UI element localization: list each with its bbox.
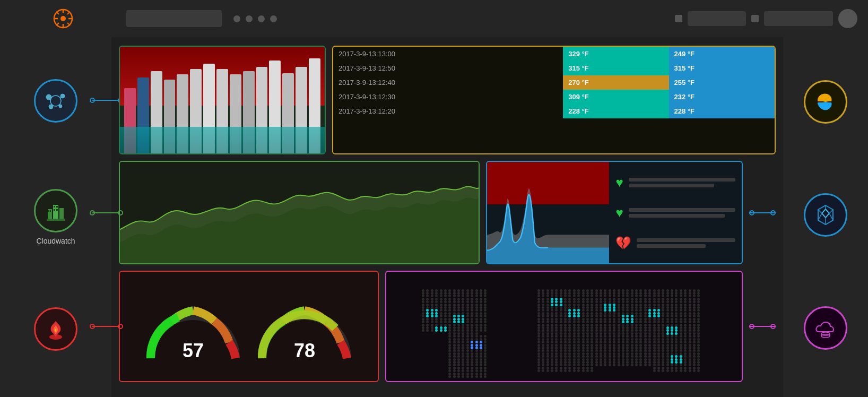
search-bar[interactable]: [126, 10, 222, 27]
map-dot: [644, 289, 647, 292]
datasource-hosted-metrics[interactable]: [804, 306, 847, 354]
map-dot: [680, 324, 682, 326]
map-dot: [613, 324, 615, 326]
map-dot: [577, 344, 580, 347]
map-dot: [484, 329, 487, 332]
map-dot: [582, 355, 585, 358]
map-dot: [484, 369, 487, 372]
map-dot: [662, 309, 664, 312]
map-dot: [466, 369, 469, 372]
map-dot: [631, 312, 633, 315]
map-dot: [644, 329, 647, 332]
map-dot: [631, 300, 633, 303]
map-dot: [462, 318, 464, 321]
map-dot: [657, 341, 660, 343]
nav-dot-4[interactable]: [270, 15, 277, 22]
map-dot: [475, 349, 478, 352]
map-dot: [582, 295, 585, 297]
map-dot: [680, 361, 682, 364]
topbar-icon-2[interactable]: [751, 15, 759, 22]
map-dot: [462, 332, 464, 335]
datasource-prometheus[interactable]: [34, 307, 77, 355]
nav-dot-2[interactable]: [246, 15, 253, 22]
map-dot: [586, 292, 589, 295]
map-dot: [639, 306, 642, 309]
map-dot: [631, 315, 633, 317]
map-dot: [560, 309, 562, 312]
map-dot: [453, 373, 456, 375]
map-dot: [622, 289, 624, 292]
map-dot: [480, 369, 482, 372]
map-dot: [639, 289, 642, 292]
map-dot: [648, 329, 651, 332]
map-dot: [431, 295, 433, 297]
topbar-icon-1[interactable]: [675, 15, 682, 22]
map-dot: [639, 349, 642, 352]
map-dot: [591, 312, 593, 315]
map-dot: [457, 329, 460, 332]
map-dot: [626, 321, 629, 323]
status-bar-2a: [629, 208, 735, 212]
map-dot: [546, 367, 549, 369]
datasource-graphite[interactable]: [34, 79, 77, 127]
map-dot: [564, 300, 567, 303]
datasource-cloudwatch[interactable]: Cloudwatch: [34, 189, 77, 245]
datasource-influxdb[interactable]: [804, 193, 847, 241]
map-dot: [697, 358, 700, 361]
map-dot: [595, 358, 598, 361]
svg-rect-26: [56, 206, 58, 208]
map-dot: [555, 309, 558, 312]
nav-dot-1[interactable]: [233, 15, 240, 22]
map-dot: [644, 292, 647, 295]
map-dot: [653, 321, 656, 323]
map-dot: [573, 347, 576, 349]
map-dot: [555, 358, 558, 361]
map-dot: [609, 312, 611, 315]
map-dot: [639, 364, 642, 366]
map-dot: [475, 364, 478, 366]
topbar-dropdown-1[interactable]: [688, 11, 746, 26]
map-dot: [666, 292, 669, 295]
map-dot: [475, 358, 478, 361]
map-dot: [582, 341, 585, 343]
datasource-elasticsearch[interactable]: [804, 80, 847, 128]
map-dot: [573, 292, 576, 295]
map-dot: [609, 329, 611, 332]
map-dot: [444, 312, 447, 315]
map-dot: [618, 300, 620, 303]
bar-chart-panel: [119, 46, 326, 154]
map-dot: [600, 329, 602, 332]
map-dot: [453, 329, 456, 332]
map-dot: [591, 298, 593, 300]
map-dot: [555, 361, 558, 364]
map-dot: [693, 326, 696, 329]
map-dot: [475, 324, 478, 326]
map-dot: [426, 304, 429, 306]
map-dot: [480, 361, 482, 364]
map-dot: [644, 335, 647, 338]
map-dot: [564, 369, 567, 372]
map-dot: [604, 300, 606, 303]
map-dot: [675, 349, 678, 352]
topbar-dropdown-2[interactable]: [764, 11, 833, 26]
map-dot: [466, 326, 469, 329]
map-dot: [604, 329, 606, 332]
map-dot: [435, 312, 438, 315]
map-dot: [613, 289, 615, 292]
map-dot: [537, 367, 540, 369]
map-dot: [604, 289, 606, 292]
map-dot: [466, 349, 469, 352]
map-dot: [573, 352, 576, 355]
map-dot: [609, 306, 611, 309]
svg-line-35: [829, 210, 833, 213]
map-dot: [600, 292, 602, 295]
nav-dot-3[interactable]: [258, 15, 265, 22]
map-dot: [471, 324, 473, 326]
map-dot: [648, 364, 651, 366]
user-avatar[interactable]: [838, 9, 857, 28]
map-dot: [613, 349, 615, 352]
map-dot: [457, 338, 460, 341]
map-dot: [560, 295, 562, 297]
map-dot: [448, 338, 451, 341]
map-dot: [457, 298, 460, 300]
